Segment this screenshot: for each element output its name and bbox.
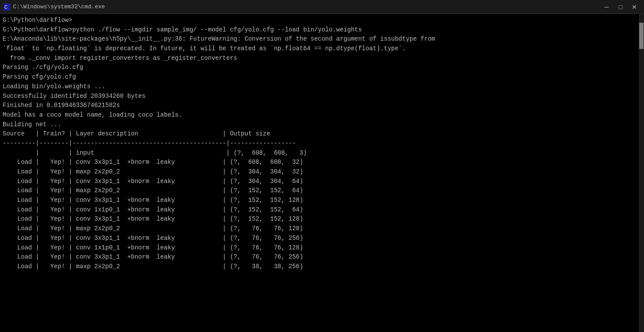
- window-title: C:\Windows\system32\cmd.exe: [13, 3, 105, 10]
- console-line: Load | Yep! | maxp 2x2p0_2 | (?, 152, 15…: [3, 186, 641, 196]
- titlebar-left: C C:\Windows\system32\cmd.exe: [3, 3, 105, 10]
- console-line: Source | Train? | Layer description | Ou…: [3, 129, 641, 139]
- console-output: G:\Python\darkflow>G:\Python\darkflow>py…: [0, 14, 644, 332]
- console-line: G:\Python\darkflow>python ./flow --imgdi…: [3, 25, 641, 35]
- minimize-button[interactable]: ─: [600, 2, 613, 12]
- console-line: G:\Python\darkflow>: [3, 16, 641, 25]
- console-line: Load | Yep! | conv 3x3p1_1 +bnorm leaky …: [3, 158, 641, 167]
- maximize-button[interactable]: □: [614, 2, 627, 12]
- console-line: Load | Yep! | maxp 2x2p0_2 | (?, 304, 30…: [3, 167, 641, 177]
- scrollbar-thumb[interactable]: [639, 23, 644, 49]
- cmd-window: C C:\Windows\system32\cmd.exe ─ □ ✕ G:\P…: [0, 0, 644, 332]
- console-line: Load | Yep! | maxp 2x2p0_2 | (?, 76, 76,…: [3, 224, 641, 234]
- console-line: Load | Yep! | maxp 2x2p0_2 | (?, 38, 38,…: [3, 262, 641, 272]
- titlebar-controls: ─ □ ✕: [600, 2, 641, 12]
- console-line: Finished in 0.01994633674621582s: [3, 101, 641, 111]
- console-line: E:\Anaconda\lib\site-packages\h5py\__ini…: [3, 35, 641, 44]
- console-line: Load | Yep! | conv 3x3p1_1 +bnorm leaky …: [3, 214, 641, 224]
- console-line: Parsing ./cfg/yolo.cfg: [3, 63, 641, 73]
- console-line: Load | Yep! | conv 3x3p1_1 +bnorm leaky …: [3, 252, 641, 262]
- console-lines-container: G:\Python\darkflow>G:\Python\darkflow>py…: [3, 16, 641, 272]
- titlebar: C C:\Windows\system32\cmd.exe ─ □ ✕: [0, 0, 644, 14]
- console-line: Load | Yep! | conv 3x3p1_1 +bnorm leaky …: [3, 196, 641, 205]
- console-line: ---------|--------|---------------------…: [3, 139, 641, 149]
- console-line: Load | Yep! | conv 3x3p1_1 +bnorm leaky …: [3, 234, 641, 243]
- console-line: Successfully identified 203934260 bytes: [3, 92, 641, 101]
- console-line: Parsing cfg/yolo.cfg: [3, 73, 641, 82]
- svg-text:C: C: [4, 5, 7, 10]
- cmd-icon: C: [3, 3, 10, 10]
- console-line: from ._conv import register_converters a…: [3, 54, 641, 63]
- console-line: Load | Yep! | conv 1x1p0_1 +bnorm leaky …: [3, 243, 641, 253]
- console-line: Loading bin/yolo.weights ...: [3, 82, 641, 92]
- console-line: Load | Yep! | conv 1x1p0_1 +bnorm leaky …: [3, 205, 641, 215]
- console-line: `float` to `np.floating` is deprecated. …: [3, 44, 641, 54]
- console-line: Building net ...: [3, 120, 641, 130]
- console-line: | | input | (?, 608, 608, 3): [3, 149, 641, 158]
- close-button[interactable]: ✕: [628, 2, 641, 12]
- scrollbar[interactable]: [639, 14, 644, 332]
- console-line: Model has a coco model name, loading coc…: [3, 111, 641, 120]
- console-line: Load | Yep! | conv 3x3p1_1 +bnorm leaky …: [3, 177, 641, 187]
